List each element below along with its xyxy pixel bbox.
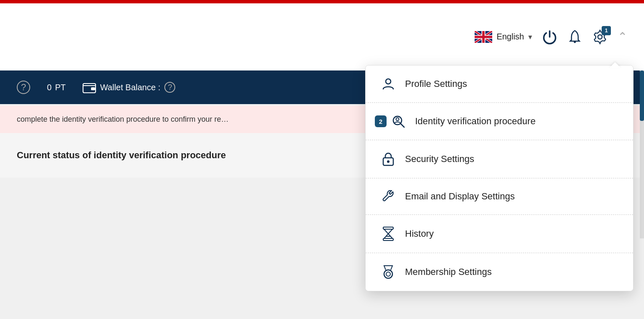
profile-settings-label: Profile Settings	[405, 78, 467, 89]
identity-badge: 2	[375, 115, 387, 127]
menu-item-profile-settings[interactable]: Profile Settings	[366, 65, 633, 103]
svg-point-5	[386, 79, 391, 84]
notification-button[interactable]	[567, 29, 582, 44]
menu-item-identity-verification[interactable]: 2 Identity verification procedure	[366, 103, 633, 140]
menu-item-email-display-settings[interactable]: Email and Display Settings	[366, 178, 633, 215]
points-display: 0 PT	[47, 83, 66, 92]
settings-button[interactable]: 1	[592, 29, 608, 44]
wallet-icon	[83, 81, 96, 93]
chevron-up-icon: ⌃	[618, 30, 627, 44]
scrollbar[interactable]	[640, 71, 644, 238]
points-value: 0	[47, 83, 52, 92]
membership-settings-label: Membership Settings	[405, 267, 492, 277]
lock-icon	[381, 152, 396, 166]
identity-verification-label: Identity verification procedure	[415, 116, 535, 127]
svg-point-12	[384, 270, 392, 278]
svg-point-2	[598, 35, 602, 39]
wrench-icon	[381, 190, 396, 203]
svg-rect-4	[91, 87, 95, 90]
power-button[interactable]	[542, 29, 557, 44]
wallet-label: Wallet Balance :	[100, 83, 161, 92]
security-settings-label: Security Settings	[405, 154, 474, 165]
dropdown-menu: Profile Settings 2 Identity verification…	[365, 65, 634, 291]
menu-item-history[interactable]: History	[366, 215, 633, 253]
scrollbar-thumb[interactable]	[640, 71, 644, 121]
bell-icon	[567, 29, 582, 44]
wallet-display: Wallet Balance : ?	[83, 81, 176, 93]
language-chevron-icon: ▾	[528, 32, 532, 42]
svg-rect-10	[383, 227, 393, 229]
settings-badge: 1	[602, 26, 611, 35]
svg-rect-11	[383, 238, 393, 241]
svg-point-13	[386, 272, 390, 276]
hourglass-icon	[381, 227, 396, 241]
svg-point-9	[387, 160, 390, 163]
power-icon	[542, 29, 557, 44]
email-display-settings-label: Email and Display Settings	[405, 191, 515, 202]
menu-item-security-settings[interactable]: Security Settings	[366, 140, 633, 178]
language-selector[interactable]: English ▾	[475, 31, 532, 43]
menu-item-membership-settings[interactable]: Membership Settings	[366, 253, 633, 291]
history-label: History	[405, 228, 434, 239]
medal-icon	[381, 265, 396, 279]
header: English ▾ 1 ⌃	[0, 3, 644, 71]
top-bar	[0, 0, 644, 3]
svg-point-7	[396, 118, 399, 121]
dropdown-arrow	[609, 62, 621, 68]
language-label: English	[496, 32, 524, 42]
svg-point-1	[574, 41, 576, 43]
menu-chevron-button[interactable]: ⌃	[618, 30, 627, 44]
wallet-help-icon[interactable]: ?	[164, 82, 175, 93]
help-icon-button[interactable]: ?	[17, 81, 30, 94]
person-icon	[381, 77, 396, 91]
points-unit: PT	[55, 83, 66, 92]
uk-flag-icon	[475, 31, 492, 43]
search-person-icon	[391, 115, 406, 128]
alert-text: complete the identity verification proce…	[17, 115, 229, 123]
header-controls: English ▾ 1 ⌃	[475, 29, 627, 44]
